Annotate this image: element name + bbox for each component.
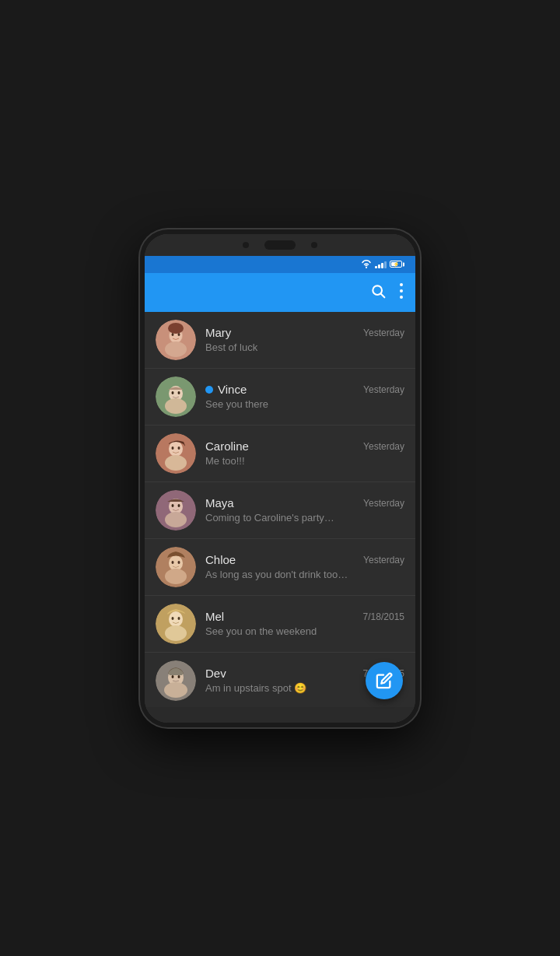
svg-point-42 bbox=[178, 675, 180, 678]
svg-point-20 bbox=[165, 455, 187, 471]
conversation-item-mary[interactable]: Mary Yesterday Best of luck bbox=[145, 312, 415, 369]
svg-point-37 bbox=[178, 617, 180, 620]
avatar-vince bbox=[156, 376, 196, 417]
conversation-list: Mary Yesterday Best of luck Vince Yester… bbox=[145, 312, 415, 707]
conv-time-caroline: Yesterday bbox=[363, 441, 404, 452]
conv-content-mary: Mary Yesterday Best of luck bbox=[205, 326, 404, 353]
conv-preview-caroline: Me too!!! bbox=[205, 455, 404, 467]
unread-indicator bbox=[205, 386, 213, 394]
avatar-chloe bbox=[156, 547, 196, 587]
conversation-item-caroline[interactable]: Caroline Yesterday Me too!!! bbox=[145, 425, 415, 482]
wifi-icon bbox=[361, 260, 372, 268]
conv-name-row-mary: Mary bbox=[205, 326, 231, 339]
search-button[interactable] bbox=[370, 283, 386, 301]
svg-point-17 bbox=[178, 391, 180, 394]
svg-point-41 bbox=[172, 675, 174, 678]
conversation-item-mel[interactable]: Mel 7/18/2015 See you on the weekend bbox=[145, 596, 415, 653]
conv-name-row-chloe: Chloe bbox=[205, 553, 236, 566]
svg-point-25 bbox=[165, 512, 187, 527]
svg-point-16 bbox=[172, 391, 174, 394]
status-bar: ⚡ bbox=[145, 256, 415, 273]
conv-name-row-caroline: Caroline bbox=[205, 439, 249, 453]
svg-point-40 bbox=[164, 682, 187, 698]
conv-preview-chloe: As long as you don't drink too… bbox=[205, 569, 404, 580]
conv-header-mel: Mel 7/18/2015 bbox=[205, 610, 404, 623]
conv-name-row-dev: Dev bbox=[205, 667, 226, 680]
svg-point-4 bbox=[400, 289, 403, 292]
conv-name-chloe: Chloe bbox=[205, 553, 236, 566]
conv-preview-mel: See you on the weekend bbox=[205, 625, 404, 637]
conv-header-mary: Mary Yesterday bbox=[205, 326, 404, 339]
sensor-dot bbox=[311, 242, 317, 248]
conv-time-mary: Yesterday bbox=[363, 327, 404, 338]
conv-name-dev: Dev bbox=[205, 667, 226, 680]
conv-time-vince: Yesterday bbox=[363, 384, 404, 395]
svg-point-21 bbox=[172, 446, 174, 450]
battery-icon: ⚡ bbox=[390, 261, 402, 268]
camera-dot bbox=[243, 242, 249, 248]
compose-fab[interactable] bbox=[366, 662, 403, 699]
svg-point-35 bbox=[165, 625, 187, 641]
conv-content-mel: Mel 7/18/2015 See you on the weekend bbox=[205, 610, 404, 637]
svg-point-36 bbox=[172, 617, 174, 620]
more-options-button[interactable] bbox=[400, 283, 403, 301]
conv-time-chloe: Yesterday bbox=[363, 555, 404, 566]
avatar-maya bbox=[156, 490, 196, 531]
conv-name-maya: Maya bbox=[205, 496, 234, 510]
conv-header-vince: Vince Yesterday bbox=[205, 383, 404, 396]
svg-line-2 bbox=[381, 294, 385, 298]
conv-content-caroline: Caroline Yesterday Me too!!! bbox=[205, 439, 404, 467]
svg-point-15 bbox=[165, 398, 187, 414]
conv-preview-vince: See you there bbox=[205, 398, 404, 410]
conv-preview-mary: Best of luck bbox=[205, 341, 404, 353]
conv-content-chloe: Chloe Yesterday As long as you don't dri… bbox=[205, 553, 404, 580]
svg-point-32 bbox=[178, 561, 180, 564]
signal-icon bbox=[375, 260, 387, 268]
conv-header-maya: Maya Yesterday bbox=[205, 496, 404, 510]
speaker-grill bbox=[264, 240, 296, 250]
svg-point-9 bbox=[165, 341, 187, 357]
app-bar-icons bbox=[370, 283, 403, 301]
phone-bottom-bar bbox=[145, 707, 415, 723]
conv-name-row-vince: Vince bbox=[205, 383, 247, 396]
conv-name-vince: Vince bbox=[218, 383, 247, 396]
app-bar bbox=[145, 273, 415, 312]
conv-content-maya: Maya Yesterday Coming to Caroline's part… bbox=[205, 496, 404, 524]
conv-header-caroline: Caroline Yesterday bbox=[205, 439, 404, 453]
svg-point-22 bbox=[178, 446, 180, 450]
conv-name-row-mel: Mel bbox=[205, 610, 224, 623]
conv-header-chloe: Chloe Yesterday bbox=[205, 553, 404, 566]
avatar-mary bbox=[156, 320, 196, 360]
avatar-mel bbox=[156, 604, 196, 644]
conversation-item-maya[interactable]: Maya Yesterday Coming to Caroline's part… bbox=[145, 482, 415, 539]
conv-time-maya: Yesterday bbox=[363, 498, 404, 509]
conversation-item-chloe[interactable]: Chloe Yesterday As long as you don't dri… bbox=[145, 539, 415, 596]
conv-content-vince: Vince Yesterday See you there bbox=[205, 383, 404, 410]
conv-name-row-maya: Maya bbox=[205, 496, 234, 510]
conversation-item-vince[interactable]: Vince Yesterday See you there bbox=[145, 369, 415, 425]
phone-frame: ⚡ bbox=[140, 229, 420, 727]
svg-point-12 bbox=[168, 323, 184, 334]
phone-top-bar bbox=[145, 234, 415, 256]
svg-point-3 bbox=[400, 283, 403, 286]
avatar-dev bbox=[156, 660, 196, 701]
conv-name-mary: Mary bbox=[205, 326, 231, 339]
svg-point-5 bbox=[400, 296, 403, 299]
conv-name-mel: Mel bbox=[205, 610, 224, 623]
svg-point-31 bbox=[172, 561, 174, 564]
svg-point-26 bbox=[172, 504, 174, 507]
svg-point-30 bbox=[165, 569, 187, 584]
svg-point-19 bbox=[169, 441, 183, 457]
svg-point-34 bbox=[169, 611, 183, 627]
conv-preview-maya: Coming to Caroline's party… bbox=[205, 512, 404, 524]
conv-time-mel: 7/18/2015 bbox=[363, 611, 404, 622]
conv-name-caroline: Caroline bbox=[205, 439, 249, 453]
svg-point-27 bbox=[178, 504, 180, 507]
status-icons: ⚡ bbox=[361, 260, 408, 268]
svg-point-0 bbox=[366, 267, 367, 268]
avatar-caroline bbox=[156, 433, 196, 474]
